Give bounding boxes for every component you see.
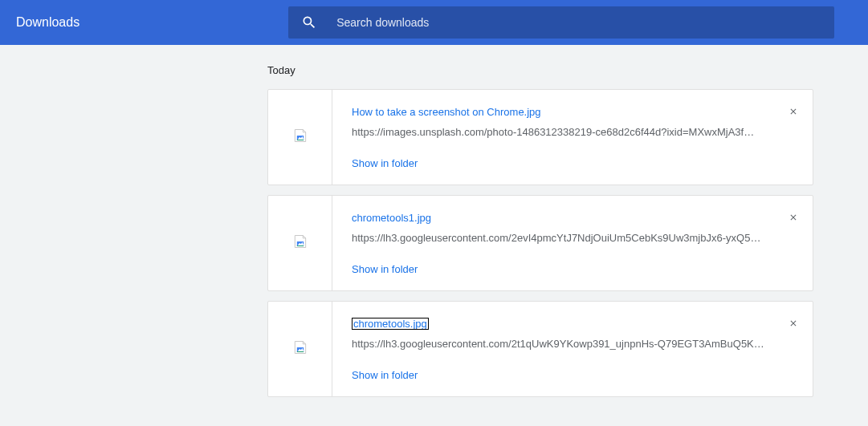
download-icon-area <box>268 302 332 396</box>
page-title: Downloads <box>16 15 79 30</box>
svg-rect-5 <box>296 245 303 246</box>
remove-area <box>774 302 813 396</box>
download-file-name[interactable]: chrometools.jpg <box>352 318 429 330</box>
download-url: https://lh3.googleusercontent.com/2t1qUw… <box>352 338 774 350</box>
show-in-folder-link[interactable]: Show in folder <box>352 263 418 275</box>
download-info: How to take a screenshot on Chrome.jpg h… <box>332 90 774 185</box>
search-container[interactable] <box>288 6 834 39</box>
remove-button[interactable] <box>785 316 801 332</box>
download-card: chrometools.jpg https://lh3.googleuserco… <box>267 301 813 397</box>
file-image-icon <box>292 339 308 359</box>
download-file-name[interactable]: chrometools1.jpg <box>352 212 431 224</box>
download-file-name[interactable]: How to take a screenshot on Chrome.jpg <box>352 106 541 118</box>
close-icon <box>789 211 798 225</box>
header-bar: Downloads <box>0 0 868 45</box>
search-input[interactable] <box>336 16 821 29</box>
download-info: chrometools.jpg https://lh3.googleuserco… <box>332 302 774 396</box>
downloads-list: How to take a screenshot on Chrome.jpg h… <box>267 89 868 397</box>
content-area: Today How to take a screenshot on Chrome… <box>0 64 868 397</box>
download-card: How to take a screenshot on Chrome.jpg h… <box>267 89 813 185</box>
close-icon <box>789 105 798 120</box>
download-icon-area <box>268 196 332 290</box>
section-header: Today <box>267 64 868 76</box>
download-card: chrometools1.jpg https://lh3.googleuserc… <box>267 195 813 291</box>
download-url: https://lh3.googleusercontent.com/2evI4p… <box>352 232 774 244</box>
remove-button[interactable] <box>785 104 801 120</box>
show-in-folder-link[interactable]: Show in folder <box>352 157 418 169</box>
download-info: chrometools1.jpg https://lh3.googleuserc… <box>332 196 774 290</box>
download-url: https://images.unsplash.com/photo-148631… <box>352 126 774 138</box>
svg-rect-8 <box>296 351 303 352</box>
svg-rect-2 <box>296 140 303 140</box>
remove-button[interactable] <box>785 210 801 226</box>
file-image-icon <box>292 233 308 253</box>
remove-area <box>774 90 813 185</box>
remove-area <box>774 196 813 290</box>
search-icon <box>301 14 317 30</box>
close-icon <box>789 317 798 331</box>
show-in-folder-link[interactable]: Show in folder <box>352 369 418 381</box>
file-image-icon <box>292 128 308 147</box>
download-icon-area <box>268 90 332 185</box>
